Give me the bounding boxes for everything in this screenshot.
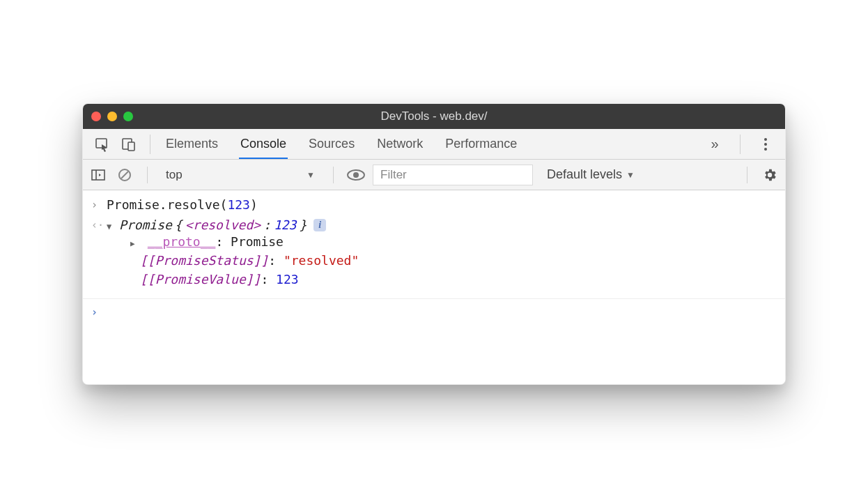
toolbar-separator-3 [747, 167, 747, 183]
log-levels-label: Default levels [547, 167, 622, 182]
titlebar: DevTools - web.dev/ [83, 104, 785, 129]
output-chevron-icon: ‹· [91, 218, 107, 231]
more-tabs-icon[interactable]: » [705, 135, 724, 154]
chevron-down-icon: ▼ [307, 170, 315, 180]
filter-input[interactable] [373, 165, 533, 185]
svg-rect-6 [92, 170, 104, 180]
info-badge-icon[interactable]: i [313, 219, 326, 231]
console-toolbar: top ▼ Default levels ▼ [83, 160, 785, 190]
disclosure-triangle-icon[interactable] [130, 234, 140, 249]
svg-point-11 [353, 172, 359, 178]
context-selector[interactable]: top ▼ [160, 165, 320, 185]
tabbar-separator-2 [740, 135, 741, 154]
console-prompt[interactable]: › [83, 298, 785, 321]
tab-performance[interactable]: Performance [444, 130, 518, 159]
tabbar-separator [150, 135, 150, 154]
toggle-device-toolbar-icon[interactable] [119, 135, 139, 154]
console-settings-icon[interactable] [760, 165, 780, 185]
tabbar-right: » [699, 135, 781, 154]
console-input-echo: › Promise.resolve(123) [83, 195, 785, 215]
toggle-console-sidebar-icon[interactable] [88, 165, 108, 185]
result-summary[interactable]: Promise {<resolved>: 123} i [107, 218, 359, 232]
tab-elements[interactable]: Elements [164, 130, 219, 159]
svg-point-3 [764, 138, 767, 141]
tabs: Elements Console Sources Network Perform… [164, 130, 699, 159]
tab-sources[interactable]: Sources [307, 130, 356, 159]
input-chevron-icon: › [91, 197, 107, 211]
proto-row[interactable]: __proto__: Promise [130, 232, 359, 251]
tabbar-left [87, 135, 144, 154]
clear-console-icon[interactable] [115, 165, 134, 185]
svg-point-4 [764, 143, 767, 146]
traffic-lights [91, 112, 133, 121]
prompt-input-area[interactable] [107, 305, 777, 319]
disclosure-triangle-icon[interactable] [107, 218, 116, 232]
context-selector-value: top [166, 168, 183, 182]
result-properties: __proto__: Promise [[PromiseStatus]]: "r… [130, 232, 359, 289]
svg-rect-2 [128, 142, 134, 151]
kebab-menu-icon[interactable] [756, 135, 775, 154]
prompt-chevron-icon: › [91, 305, 107, 319]
tabbar: Elements Console Sources Network Perform… [83, 129, 785, 160]
tab-console[interactable]: Console [239, 130, 288, 159]
svg-line-9 [121, 171, 128, 178]
chevron-down-icon: ▼ [626, 170, 635, 180]
devtools-window: DevTools - web.dev/ Elements Console Sou… [82, 103, 786, 385]
promise-status-row: [[PromiseStatus]]: "resolved" [130, 251, 359, 270]
close-window-button[interactable] [91, 112, 101, 121]
toolbar-separator-2 [333, 167, 334, 183]
result-tree: Promise {<resolved>: 123} i __proto__: P… [107, 218, 359, 289]
log-levels-selector[interactable]: Default levels ▼ [547, 167, 635, 182]
console-result-row: ‹· Promise {<resolved>: 123} i __proto__… [83, 215, 785, 291]
toolbar-separator [147, 167, 148, 183]
live-expression-icon[interactable] [346, 165, 366, 185]
input-expression: Promise.resolve(123) [107, 197, 258, 212]
inspect-element-icon[interactable] [93, 135, 112, 154]
svg-point-5 [764, 148, 767, 151]
maximize-window-button[interactable] [123, 112, 133, 121]
minimize-window-button[interactable] [107, 112, 117, 121]
window-title: DevTools - web.dev/ [83, 109, 785, 123]
promise-value-row: [[PromiseValue]]: 123 [130, 270, 359, 289]
console-body: › Promise.resolve(123) ‹· Promise {<reso… [83, 190, 785, 384]
tab-network[interactable]: Network [375, 130, 424, 159]
